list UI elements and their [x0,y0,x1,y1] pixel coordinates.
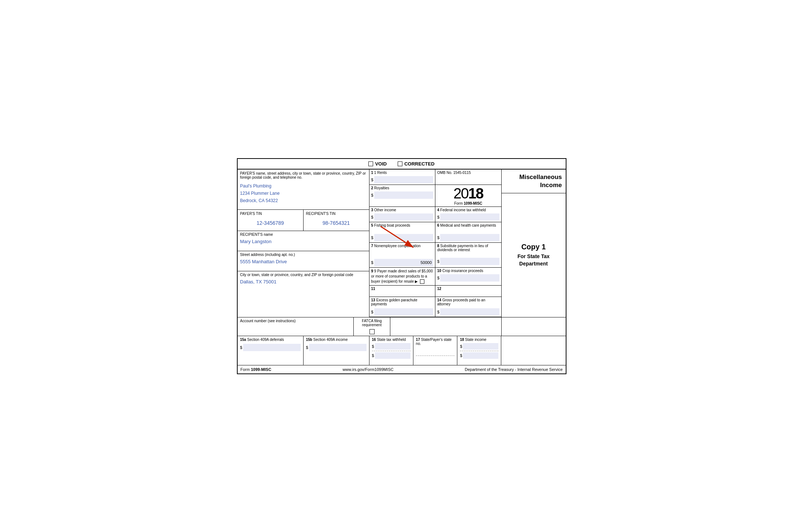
tin-row: PAYER'S TIN 12-3456789 RECIPIENT'S TIN 9… [238,210,369,231]
payer-city: Bedrock, CA 54322 [240,197,367,204]
box6-label: Medical and health care payments [440,223,496,227]
s409-row: 15a Section 409A deferrals $ 15b Section… [238,336,566,365]
box4-label: Federal income tax withheld [440,208,486,212]
box15a-cell: 15a Section 409A deferrals $ [238,336,304,365]
box2-num: 2 [371,186,373,190]
void-checkbox[interactable] [368,161,373,166]
footer-form-label: Form [241,367,250,372]
box16-value2 [375,352,410,359]
box12-cell: 12 [435,286,501,297]
recipient-name-label: RECIPIENT'S name [240,232,367,237]
city-value: Dallas, TX 75001 [240,279,367,284]
box9-cell: 9 9 Payer made direct sales of $5,000 or… [369,268,436,285]
payer-address: 1234 Plummer Lane [240,190,367,197]
box2-label-text: Royalties [374,186,389,190]
footer-form-number: 1099-MISC [251,367,271,372]
omb-cell: OMB No. 1545-0115 [435,170,501,185]
payer-tin-value: 12-3456789 [240,216,301,229]
box11-cell: 11 [369,286,436,297]
year-cell: 2018 Form 1099-MISC [435,185,501,207]
box15a-dollar: $ [240,345,242,350]
box1-cell: 1 1 Rents $ [369,170,436,185]
misc-line2: Income [540,182,562,189]
box6-value [440,234,499,241]
corrected-checkbox[interactable] [398,161,402,166]
box15b-cell: 15b Section 409A income $ [304,336,369,365]
box14-cell: 14 Gross proceeds paid to an attorney $ [435,297,501,317]
box3-dollar: $ [371,215,373,219]
box17-label: State/Payer's state no. [416,338,452,346]
fatca-checkbox[interactable] [369,329,375,334]
box8-value [440,258,499,265]
box17-cell: 17 State/Payer's state no. [413,336,457,365]
account-label: Account number (see instructions) [240,319,351,323]
box7-label: Nonemployee compensation [374,244,421,248]
city-cell: City or town, state or province, country… [238,271,369,293]
box5-value [374,234,433,241]
right-panel: Miscellaneous Income Copy 1 For State Ta… [502,170,566,317]
box10-cell: 10 Crop insurance proceeds $ [435,268,501,285]
box18-dollar2: $ [460,353,462,358]
box13-label: Excess golden parachute payments [371,298,417,306]
dashed-divider3 [460,351,498,351]
box3-cell: 3 Other income $ [369,207,436,222]
box7-value: 50000 [374,259,433,266]
box5-dollar: $ [371,235,373,240]
form-number: 1099-MISC [464,201,483,205]
void-section: VOID [368,161,387,167]
box5-cell: 5 Fishing boat proceeds $ [369,222,436,242]
street-cell: Street address (including apt. no.) 5555… [238,251,369,271]
void-label: VOID [375,161,387,167]
box1-num: 1 [371,171,373,175]
fatca-label: FATCA filing requirement [356,319,387,327]
payer-field-label: PAYER'S name, street address, city or to… [240,171,367,179]
box1-value [374,176,433,183]
corrected-label: CORRECTED [404,161,434,167]
box14-dollar: $ [437,310,439,314]
form-label: Form [454,201,462,205]
box1-label: 1 Rents [374,171,387,175]
box7-8-row: 7 Nonemployee compensation $ [369,243,501,268]
box9-checkbox[interactable] [420,279,424,284]
payer-data: Paul's Plumbing 1234 Plummer Lane Bedroc… [240,182,367,205]
right-spacer [502,317,566,336]
copy-subtitle: For State Tax Department [505,253,563,267]
box14-label: Gross proceeds paid to an attorney [437,298,485,306]
box18-cell: 18 State income $ $ [457,336,501,365]
box15a-label: Section 409A deferrals [247,338,284,342]
year-light: 20 [453,185,468,201]
box11-label: 11 [371,287,434,291]
box2-dollar: $ [371,193,373,197]
copy-block: Copy 1 For State Tax Department [502,193,566,317]
spacer-cell [390,317,502,336]
misc-income-title: Miscellaneous Income [505,173,562,189]
box8-dollar: $ [437,259,439,264]
box10-value [440,274,499,282]
form-name-display: Form 1099-MISC [454,201,482,205]
dashed-divider2 [416,356,454,356]
dashed-divider1 [372,351,410,351]
box5-label: Fishing boat proceeds [374,223,410,227]
box4-cell: 4 Federal income tax withheld $ [435,207,501,222]
box18-dollar1: $ [460,344,462,349]
misc-income-block: Miscellaneous Income [502,170,566,193]
box17-value [416,347,454,354]
recipient-tin-value: 98-7654321 [306,216,367,229]
footer: Form 1099-MISC www.irs.gov/Form1099MISC … [238,365,566,373]
box15a-value [243,344,301,351]
street-value: 5555 Manhattan Drive [240,259,367,264]
box14-value [440,308,499,316]
box13-value [374,308,433,316]
box15b-dollar: $ [306,345,308,350]
footer-website: www.irs.gov/Form1099MISC [342,367,393,372]
box2-value [374,191,433,199]
box10-dollar: $ [437,276,439,280]
box18-value2 [463,352,498,359]
footer-dept: Department of the Treasury - Internal Re… [465,367,562,372]
payer-tin-label: PAYER'S TIN [240,212,301,216]
street-label: Street address (including apt. no.) [240,253,367,257]
header-row: VOID CORRECTED [238,159,566,170]
form-1099-misc: VOID CORRECTED PAYER'S name, street addr… [237,158,566,374]
box4-dollar: $ [437,215,439,219]
box6-dollar: $ [437,235,439,240]
